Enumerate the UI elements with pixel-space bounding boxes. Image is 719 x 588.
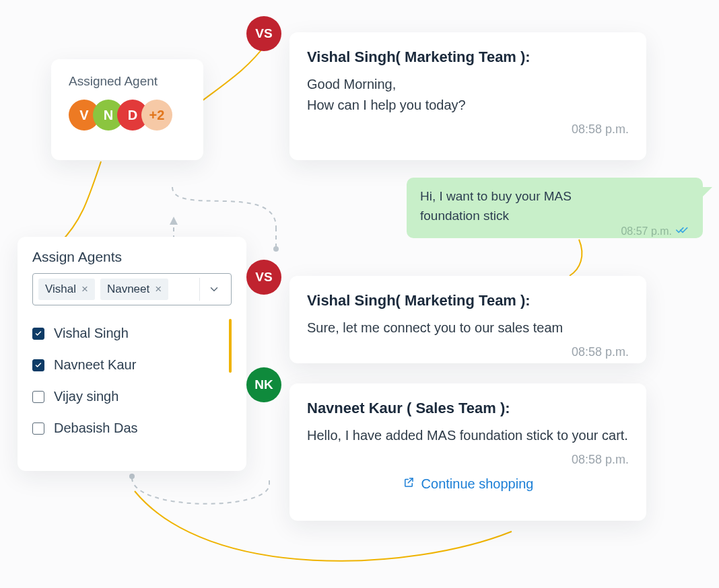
chip-navneet[interactable]: Navneet × bbox=[100, 279, 168, 300]
checkbox-unchecked-icon[interactable] bbox=[32, 391, 44, 403]
assigned-agent-title: Assigned Agent bbox=[69, 74, 186, 89]
assigned-avatar-row: V N D +2 bbox=[69, 100, 186, 131]
option-debasish-das[interactable]: Debasish Das bbox=[32, 412, 232, 444]
checkbox-checked-icon[interactable] bbox=[32, 359, 44, 371]
svg-point-1 bbox=[129, 474, 135, 479]
sender-name: Vishal Singh( Marketing Team ): bbox=[307, 48, 629, 66]
message-body: Hello, I have added MAS foundation stick… bbox=[307, 425, 629, 446]
option-vishal-singh[interactable]: Vishal Singh bbox=[32, 318, 232, 349]
checkbox-checked-icon[interactable] bbox=[32, 328, 44, 340]
message-line: How can I help you today? bbox=[307, 95, 629, 116]
option-label: Vijay singh bbox=[54, 389, 118, 404]
continue-shopping-link[interactable]: Continue shopping bbox=[307, 467, 629, 492]
user-message-body: Hi, I want to buy your MAS foundation st… bbox=[420, 187, 689, 225]
assign-agents-panel: Assign Agents Vishal × Navneet × Vishal … bbox=[18, 237, 246, 471]
checkbox-unchecked-icon[interactable] bbox=[32, 422, 44, 435]
chip-remove-icon[interactable]: × bbox=[155, 283, 162, 296]
message-line: Hello, I have added MAS foundation stick… bbox=[307, 425, 629, 446]
option-label: Vishal Singh bbox=[54, 326, 129, 341]
message-time: 08:58 p.m. bbox=[307, 345, 629, 359]
message-line: Good Morning, bbox=[307, 74, 629, 95]
combo-divider bbox=[199, 278, 200, 301]
assign-multiselect[interactable]: Vishal × Navneet × bbox=[32, 273, 232, 305]
user-message-line: foundation stick bbox=[420, 207, 689, 226]
message-line: Sure, let me connect you to our sales te… bbox=[307, 318, 629, 338]
avatar-vs: VS bbox=[246, 16, 281, 51]
avatar-more[interactable]: +2 bbox=[141, 100, 172, 131]
chip-remove-icon[interactable]: × bbox=[81, 283, 88, 296]
chevron-down-icon[interactable] bbox=[208, 283, 226, 295]
option-label: Debasish Das bbox=[54, 420, 138, 436]
user-message: Hi, I want to buy your MAS foundation st… bbox=[407, 178, 703, 238]
avatar-nk: NK bbox=[246, 367, 281, 402]
assigned-agent-card: Assigned Agent V N D +2 bbox=[51, 59, 203, 160]
avatar-vs: VS bbox=[246, 260, 281, 295]
option-navneet-kaur[interactable]: Navneet Kaur bbox=[32, 349, 232, 381]
agent-message-1: VS Vishal Singh( Marketing Team ): Good … bbox=[289, 32, 646, 160]
message-body: Good Morning, How can I help you today? bbox=[307, 74, 629, 116]
chip-vishal[interactable]: Vishal × bbox=[38, 279, 95, 300]
assign-options-list: Vishal Singh Navneet Kaur Vijay singh De… bbox=[32, 318, 232, 444]
message-body: Sure, let me connect you to our sales te… bbox=[307, 318, 629, 338]
continue-shopping-label: Continue shopping bbox=[421, 476, 534, 492]
user-message-time: 08:57 p.m. bbox=[621, 225, 672, 237]
agent-message-3: NK Navneet Kaur ( Sales Team ): Hello, I… bbox=[289, 383, 646, 521]
option-label: Navneet Kaur bbox=[54, 357, 136, 373]
chip-label: Navneet bbox=[107, 283, 149, 296]
agent-message-2: VS Vishal Singh( Marketing Team ): Sure,… bbox=[289, 276, 646, 363]
sender-name: Vishal Singh( Marketing Team ): bbox=[307, 292, 629, 309]
user-message-footer: 08:57 p.m. bbox=[420, 225, 689, 237]
svg-point-0 bbox=[273, 246, 279, 252]
option-vijay-singh[interactable]: Vijay singh bbox=[32, 381, 232, 412]
message-time: 08:58 p.m. bbox=[307, 453, 629, 467]
double-check-icon bbox=[676, 225, 689, 237]
user-message-line: Hi, I want to buy your MAS bbox=[420, 187, 689, 207]
external-link-icon bbox=[403, 476, 415, 492]
message-time: 08:58 p.m. bbox=[307, 122, 629, 137]
chip-label: Vishal bbox=[45, 283, 76, 296]
sender-name: Navneet Kaur ( Sales Team ): bbox=[307, 400, 629, 417]
assign-agents-title: Assign Agents bbox=[32, 249, 232, 265]
